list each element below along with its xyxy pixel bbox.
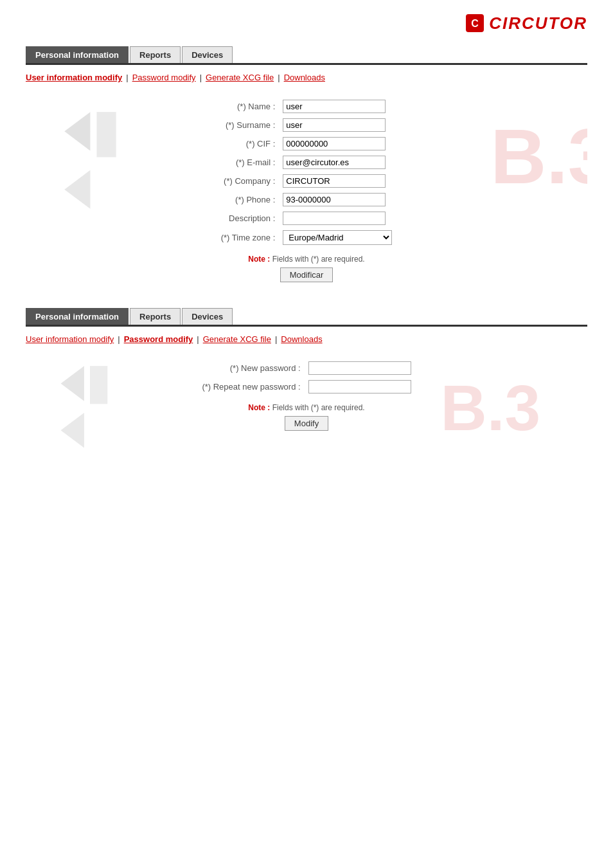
nav-password-modify-2[interactable]: Password modify bbox=[124, 334, 193, 344]
tab-personal-information-2[interactable]: Personal information bbox=[26, 308, 129, 325]
input-name[interactable] bbox=[283, 100, 386, 113]
nav-sep-1a: | bbox=[126, 73, 128, 82]
input-new-password[interactable] bbox=[308, 361, 411, 375]
form-row-cif: (*) CIF : bbox=[218, 135, 395, 152]
label-phone: (*) Phone : bbox=[218, 191, 280, 208]
logo-text: CIRCUTOR bbox=[489, 14, 587, 33]
note-text-2: Fields with (*) are required. bbox=[272, 403, 365, 412]
input-description[interactable] bbox=[283, 212, 386, 225]
form-row-company: (*) Company : bbox=[218, 172, 395, 190]
note-text-1: Fields with (*) are required. bbox=[272, 255, 365, 264]
note-label-1: Note : bbox=[248, 255, 270, 264]
label-description: Description : bbox=[218, 210, 280, 227]
nav-generate-xcg-2[interactable]: Generate XCG file bbox=[203, 334, 271, 344]
nav-downloads-1[interactable]: Downloads bbox=[284, 73, 325, 82]
form-row-surname: (*) Surname : bbox=[218, 116, 395, 134]
label-timezone: (*) Time zone : bbox=[218, 228, 280, 247]
input-repeat-password[interactable] bbox=[308, 380, 411, 393]
form-row-name: (*) Name : bbox=[218, 98, 395, 115]
form-area-1: B.3 (*) Name : (*) Surname : (*) CIF : bbox=[26, 93, 587, 289]
form-table-1: (*) Name : (*) Surname : (*) CIF : (*) E… bbox=[217, 96, 396, 248]
tab-personal-information-1[interactable]: Personal information bbox=[26, 46, 129, 63]
tab-reports-1[interactable]: Reports bbox=[130, 46, 181, 63]
panel-1: Personal information Reports Devices Use… bbox=[26, 46, 587, 289]
label-name: (*) Name : bbox=[218, 98, 280, 115]
header: C CIRCUTOR bbox=[0, 0, 613, 40]
label-new-password: (*) New password : bbox=[199, 359, 304, 377]
form-area-2: B.3 (*) New password : (*) Repeat new pa… bbox=[26, 354, 587, 483]
svg-text:C: C bbox=[471, 18, 479, 29]
label-company: (*) Company : bbox=[218, 172, 280, 190]
note-row-1: Note : Fields with (*) are required. bbox=[26, 255, 587, 264]
nav-sep-2c: | bbox=[275, 334, 277, 344]
nav-sep-1b: | bbox=[200, 73, 202, 82]
note-row-2: Note : Fields with (*) are required. bbox=[26, 403, 587, 412]
note-label-2: Note : bbox=[248, 403, 270, 412]
select-timezone[interactable]: Europe/Madrid UTC America/New_York bbox=[283, 230, 392, 245]
form-row-phone: (*) Phone : bbox=[218, 191, 395, 208]
svg-rect-7 bbox=[90, 366, 107, 404]
nav-user-information-modify-2[interactable]: User information modify bbox=[26, 334, 114, 344]
circutor-logo-icon: C bbox=[465, 13, 485, 33]
svg-marker-4 bbox=[64, 170, 90, 209]
nav-sep-2b: | bbox=[197, 334, 199, 344]
form-row-new-password: (*) New password : bbox=[199, 359, 413, 377]
input-company[interactable] bbox=[283, 174, 386, 188]
nav-sep-2a: | bbox=[118, 334, 120, 344]
svg-text:B.3: B.3 bbox=[490, 113, 587, 200]
svg-marker-8 bbox=[61, 413, 84, 448]
svg-marker-2 bbox=[64, 112, 90, 150]
svg-marker-6 bbox=[61, 366, 84, 401]
label-repeat-password: (*) Repeat new password : bbox=[199, 378, 304, 395]
nav-sep-1c: | bbox=[278, 73, 280, 82]
tab-devices-1[interactable]: Devices bbox=[182, 46, 233, 63]
form-row-description: Description : bbox=[218, 210, 395, 227]
form-row-timezone: (*) Time zone : Europe/Madrid UTC Americ… bbox=[218, 228, 395, 247]
input-cif[interactable] bbox=[283, 137, 386, 150]
logo: C CIRCUTOR bbox=[465, 13, 587, 33]
form-table-2: (*) New password : (*) Repeat new passwo… bbox=[198, 358, 414, 397]
input-email[interactable] bbox=[283, 156, 386, 169]
panel-2: Personal information Reports Devices Use… bbox=[26, 308, 587, 483]
nav-links-2: User information modify | Password modif… bbox=[26, 334, 587, 344]
nav-links-1: User information modify | Password modif… bbox=[26, 73, 587, 82]
tab-devices-2[interactable]: Devices bbox=[182, 308, 233, 325]
tab-bar-1: Personal information Reports Devices bbox=[26, 46, 587, 65]
tab-bar-2: Personal information Reports Devices bbox=[26, 308, 587, 327]
label-cif: (*) CIF : bbox=[218, 135, 280, 152]
label-email: (*) E-mail : bbox=[218, 154, 280, 171]
submit-button-1[interactable]: Modificar bbox=[280, 267, 333, 282]
nav-downloads-2[interactable]: Downloads bbox=[281, 334, 322, 344]
tab-reports-2[interactable]: Reports bbox=[130, 308, 181, 325]
nav-user-information-modify-1[interactable]: User information modify bbox=[26, 73, 122, 82]
nav-generate-xcg-1[interactable]: Generate XCG file bbox=[206, 73, 274, 82]
label-surname: (*) Surname : bbox=[218, 116, 280, 134]
input-surname[interactable] bbox=[283, 118, 386, 132]
form-row-email: (*) E-mail : bbox=[218, 154, 395, 171]
svg-rect-3 bbox=[97, 112, 116, 157]
input-phone[interactable] bbox=[283, 193, 386, 206]
form-row-repeat-password: (*) Repeat new password : bbox=[199, 378, 413, 395]
submit-button-2[interactable]: Modify bbox=[285, 416, 328, 431]
nav-password-modify-1[interactable]: Password modify bbox=[132, 73, 196, 82]
